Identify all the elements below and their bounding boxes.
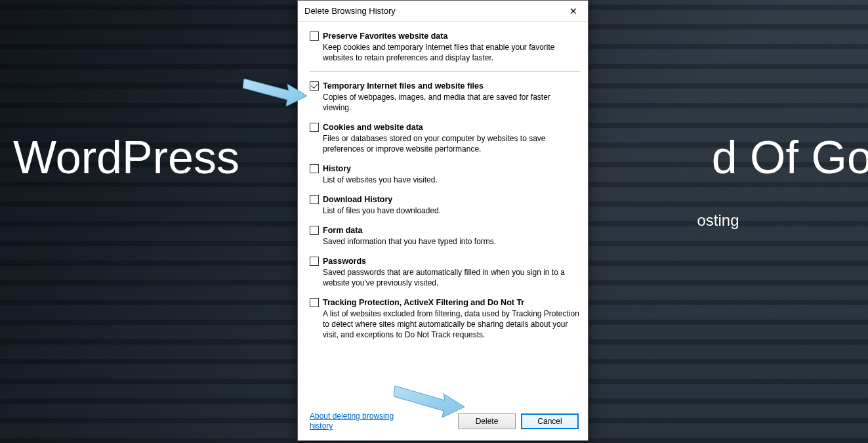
option-description: A list of websites excluded from filteri… [323,308,580,340]
option-description: Files or databases stored on your comput… [323,133,580,154]
option-row: Temporary Internet files and website fil… [310,81,580,113]
option-header: Tracking Protection, ActiveX Filtering a… [310,297,580,308]
checkbox[interactable] [310,195,319,204]
option-row: HistoryList of websites you have visited… [310,163,580,185]
dialog-titlebar[interactable]: Delete Browsing History ✕ [298,1,588,22]
option-header: Preserve Favorites website data [310,31,580,41]
bg-subtitle-right: osting [697,211,739,229]
dialog-footer: About deleting browsing history Delete C… [298,408,588,440]
dialog-title: Delete Browsing History [304,6,396,16]
checkbox[interactable] [310,226,319,235]
option-description: List of files you have downloaded. [323,205,580,216]
option-title: Cookies and website data [323,122,423,133]
option-row: Download HistoryList of files you have d… [310,194,580,216]
option-description: Saved passwords that are automatically f… [323,267,580,288]
delete-browsing-history-dialog: Delete Browsing History ✕ Preserve Favor… [297,0,589,441]
option-description: Saved information that you have typed in… [323,236,580,247]
checkbox[interactable] [310,123,319,132]
checkbox[interactable] [310,298,319,307]
dialog-body: Preserve Favorites website dataKeep cook… [298,22,588,408]
option-header: Temporary Internet files and website fil… [310,81,580,91]
option-title: Download History [323,194,392,205]
option-header: History [310,163,580,174]
option-row: Tracking Protection, ActiveX Filtering a… [310,297,580,340]
close-icon[interactable]: ✕ [559,1,588,21]
bg-title-left: WordPress [13,132,252,183]
option-header: Form data [310,225,580,236]
option-row: Cookies and website dataFiles or databas… [310,122,580,154]
help-link[interactable]: About deleting browsing history [310,411,402,431]
option-description: Keep cookies and temporary Internet file… [323,42,580,63]
option-title: Temporary Internet files and website fil… [323,81,484,91]
option-header: Passwords [310,256,580,266]
button-group: Delete Cancel [458,413,579,429]
checkbox[interactable] [310,257,319,266]
option-description: Copies of webpages, images, and media th… [323,92,580,113]
option-row: Preserve Favorites website dataKeep cook… [310,31,580,72]
option-title: Form data [323,225,362,236]
checkbox[interactable] [310,164,319,173]
option-header: Download History [310,194,580,205]
option-row: PasswordsSaved passwords that are automa… [310,256,580,288]
checkbox[interactable] [310,81,319,91]
option-title: History [323,163,351,174]
option-title: Preserve Favorites website data [323,31,447,41]
option-title: Tracking Protection, ActiveX Filtering a… [323,297,524,308]
checkbox[interactable] [310,32,319,41]
delete-button[interactable]: Delete [458,413,516,429]
bg-title-right: d Of Google [712,132,868,183]
option-row: Form dataSaved information that you have… [310,225,580,247]
option-header: Cookies and website data [310,122,580,133]
option-description: List of websites you have visited. [323,175,580,185]
cancel-button[interactable]: Cancel [521,413,579,429]
option-title: Passwords [323,256,366,266]
